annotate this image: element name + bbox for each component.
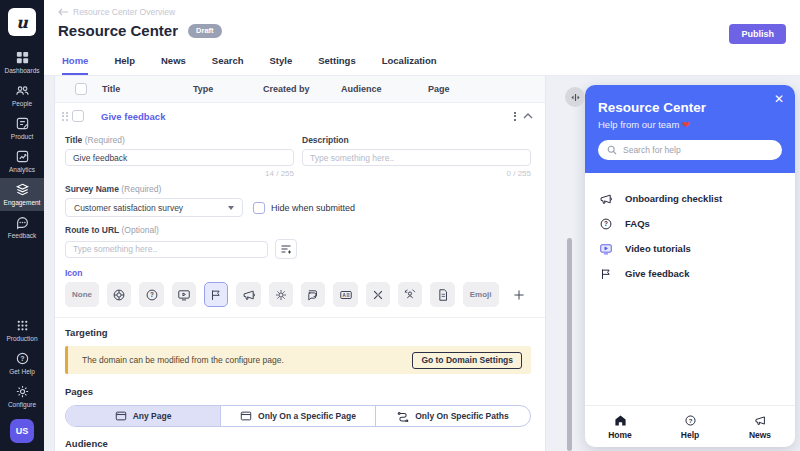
tab-home[interactable]: Home (62, 55, 88, 75)
domain-warning-banner: The domain can be modified from the conf… (65, 346, 531, 374)
question-circle-icon[interactable]: ? (139, 282, 163, 307)
preview-nav-help[interactable]: ? Help (655, 406, 725, 447)
pages-option-any-page[interactable]: Any Page (66, 406, 221, 426)
preview-item-give-feedback[interactable]: Give feedback (599, 261, 781, 286)
pages-segmented-control: Any Page Only On a Specific Page Only On… (65, 405, 531, 427)
tab-style[interactable]: Style (270, 55, 293, 75)
user-avatar[interactable]: US (10, 419, 34, 443)
flag-icon[interactable] (204, 282, 228, 307)
select-all-checkbox[interactable] (75, 83, 87, 95)
preview-nav-home[interactable]: Home (585, 406, 655, 447)
tab-help[interactable]: Help (114, 55, 135, 75)
analytics-icon (15, 149, 30, 164)
heart-emoji: ❤ (682, 119, 690, 130)
gear-small-icon[interactable] (269, 282, 293, 307)
pages-option-specific-paths[interactable]: Only On Specific Paths (376, 406, 530, 426)
title-char-counter: 14 / 255 (65, 169, 294, 178)
route-url-input[interactable]: Type something here.. (65, 241, 268, 258)
video-icon[interactable] (172, 282, 196, 307)
icon-option-none[interactable]: None (65, 282, 99, 307)
breadcrumb-label: Resource Center Overview (73, 7, 175, 17)
resource-center-preview: ✕ Resource Center Help from our team ❤ S… (585, 85, 795, 447)
collapse-chevron-icon[interactable] (523, 113, 533, 119)
preview-bottom-nav: Home ? Help News (585, 405, 795, 447)
product-icon (15, 116, 30, 131)
add-route-button[interactable] (275, 239, 297, 259)
status-badge: Draft (188, 24, 222, 38)
route-url-label: Route to URL (65, 225, 119, 235)
gear-icon (15, 384, 30, 399)
title-input[interactable]: Give feedback (65, 149, 294, 166)
panel-resize-handle[interactable] (565, 87, 585, 107)
preview-module-list: Onboarding checklist ? FAQs Video tutori… (585, 173, 795, 405)
sidebar-item-engagement[interactable]: Engagement (0, 178, 44, 211)
document-icon[interactable] (430, 282, 454, 307)
lifebuoy-icon[interactable] (107, 282, 131, 307)
icon-section-label: Icon (65, 268, 531, 278)
tab-settings[interactable]: Settings (318, 55, 355, 75)
warning-text: The domain can be modified from the conf… (82, 355, 284, 365)
sidebar-item-feedback[interactable]: Feedback (0, 211, 44, 244)
kebab-menu-icon[interactable] (507, 112, 523, 121)
table-row: Give feedback (55, 103, 545, 129)
description-char-counter: 0 / 255 (302, 169, 531, 178)
icon-option-emoji[interactable]: Emoji (463, 282, 499, 307)
select-caret-icon (228, 206, 234, 210)
survey-select[interactable]: Customer satisfaction survey (65, 198, 243, 217)
column-audience: Audience (341, 84, 428, 94)
description-input[interactable]: Type something here.. (302, 149, 531, 166)
preview-item-faqs[interactable]: ? FAQs (599, 211, 781, 236)
hide-when-submitted-label: Hide when submitted (271, 203, 355, 213)
chat-bubbles-icon[interactable] (301, 282, 325, 307)
question-circle-icon: ? (684, 414, 697, 427)
cross-icon[interactable] (366, 282, 390, 307)
id-card-icon[interactable]: A (333, 282, 357, 307)
hide-when-submitted-checkbox[interactable] (253, 202, 265, 214)
sidebar-item-dashboards[interactable]: Dashboards (0, 46, 44, 79)
flag-icon (599, 267, 613, 281)
breadcrumb[interactable]: Resource Center Overview (58, 7, 175, 17)
resize-arrows-icon (570, 93, 581, 102)
sidebar-item-production[interactable]: Production (0, 314, 44, 347)
tab-news[interactable]: News (161, 55, 186, 75)
go-to-domain-settings-button[interactable]: Go to Domain Settings (412, 352, 522, 369)
add-icon-button[interactable] (507, 282, 531, 307)
app-logo[interactable]: u (8, 8, 36, 36)
preview-item-onboarding-checklist[interactable]: Onboarding checklist (599, 186, 781, 211)
plus-icon (512, 288, 526, 302)
row-checkbox[interactable] (72, 110, 84, 122)
video-icon (599, 242, 613, 256)
close-icon[interactable]: ✕ (774, 93, 784, 105)
megaphone-icon (599, 192, 613, 206)
browser-icon (240, 410, 252, 422)
sidebar-item-product[interactable]: Product (0, 112, 44, 145)
preview-search-input[interactable]: Search for help (598, 140, 782, 160)
description-field-label: Description (302, 135, 531, 145)
sidebar-item-get-help[interactable]: ? Get Help (0, 347, 44, 380)
search-icon (607, 145, 617, 155)
megaphone-icon[interactable] (236, 282, 260, 307)
preview-nav-news[interactable]: News (725, 406, 795, 447)
vertical-scrollbar[interactable] (567, 238, 572, 451)
page-title: Resource Center (58, 22, 178, 39)
module-form: Title (Required) Give feedback 14 / 255 … (55, 129, 545, 451)
sidebar-item-people[interactable]: People (0, 79, 44, 112)
production-grid-icon (15, 318, 30, 333)
question-circle-icon: ? (599, 217, 613, 231)
sidebar-item-analytics[interactable]: Analytics (0, 145, 44, 178)
row-title-link[interactable]: Give feedback (101, 111, 507, 122)
drag-handle-icon[interactable] (62, 112, 72, 121)
survey-name-label: Survey Name (65, 184, 119, 194)
list-add-icon (280, 243, 292, 255)
feedback-bubble-icon (15, 215, 30, 230)
publish-button[interactable]: Publish (729, 24, 786, 44)
pages-option-specific-page[interactable]: Only On a Specific Page (221, 406, 376, 426)
preview-item-video-tutorials[interactable]: Video tutorials (599, 236, 781, 261)
tab-localization[interactable]: Localization (382, 55, 437, 75)
svg-text:?: ? (604, 220, 608, 227)
user-arrows-icon[interactable] (398, 282, 422, 307)
tab-search[interactable]: Search (212, 55, 244, 75)
targeting-heading: Targeting (65, 327, 531, 338)
resource-center-editor: Title Type Created by Audience Page Give… (54, 76, 546, 451)
sidebar-item-configure[interactable]: Configure (0, 380, 44, 413)
